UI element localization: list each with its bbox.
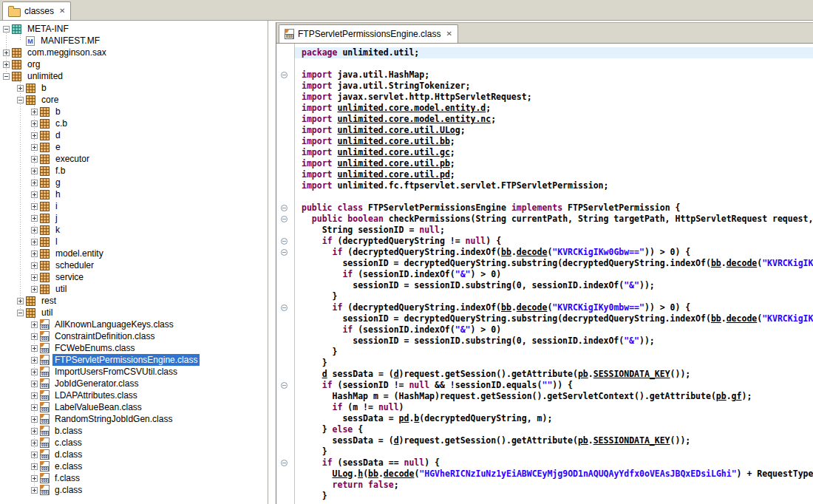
tree-item-g-class[interactable]: g.class (0, 484, 268, 496)
code-link[interactable]: d (394, 369, 399, 379)
code-link[interactable]: d (394, 435, 399, 446)
code-link[interactable]: pb (578, 369, 588, 379)
code-link[interactable]: SESSIONDATA_KEY (593, 369, 670, 379)
expand-icon[interactable] (31, 274, 38, 281)
expand-icon[interactable] (31, 132, 38, 139)
expand-icon[interactable] (31, 369, 38, 375)
code-link[interactable]: unlimited.core.util.pd (337, 169, 449, 180)
tree-item-ftpservletpermissionsengine-class[interactable]: FTPServletPermissionsEngine.class (0, 354, 268, 366)
close-icon[interactable]: ✕ (446, 30, 452, 38)
tree-item-b-class[interactable]: b.class (0, 425, 268, 437)
tree-item-core[interactable]: core (0, 94, 268, 106)
expand-icon[interactable] (31, 416, 38, 423)
tree-item-f-b[interactable]: f.b (0, 165, 268, 177)
expand-icon[interactable] (31, 440, 38, 446)
code-link[interactable]: decode (517, 302, 548, 313)
tree-item-g[interactable]: g (0, 177, 268, 188)
code-link[interactable]: pb (716, 391, 727, 401)
tree-item-e[interactable]: e (0, 141, 268, 153)
code-link[interactable]: unlimited.core.util.ULog (337, 125, 460, 135)
code-link[interactable]: unlimited.core.util.bb (337, 136, 449, 146)
expand-icon[interactable] (31, 357, 38, 364)
expand-icon[interactable] (31, 345, 38, 352)
expand-icon[interactable] (31, 227, 38, 234)
expand-icon[interactable] (31, 168, 38, 174)
tree-item-randomstringjobidgen-class[interactable]: RandomStringJobIdGen.class (0, 413, 268, 425)
tree-item-util[interactable]: util (0, 283, 268, 295)
expand-icon[interactable] (31, 251, 38, 257)
code-area[interactable]: package unlimited.util;import java.util.… (295, 44, 813, 504)
expand-icon[interactable] (31, 452, 38, 458)
fold-collapse-icon[interactable] (281, 205, 288, 211)
expand-icon[interactable] (3, 50, 10, 56)
tree-item-meta-inf[interactable]: META-INF (0, 23, 268, 35)
code-link[interactable]: decode (384, 469, 415, 479)
tree-item-fcwebenums-class[interactable]: FCWebEnums.class (0, 342, 268, 354)
tree-item-manifest-mf[interactable]: MANIFEST.MF (0, 35, 268, 47)
code-link[interactable]: unlimited.core.model.entity.nc (337, 114, 491, 124)
code-link[interactable]: decode (517, 247, 548, 257)
collapse-icon[interactable] (17, 97, 24, 103)
tree-item-importusersfromcsvutil-class[interactable]: ImportUsersFromCSVUtil.class (0, 366, 268, 378)
expand-icon[interactable] (31, 191, 38, 198)
tree-item-c-class[interactable]: c.class (0, 437, 268, 449)
expand-icon[interactable] (31, 475, 38, 482)
tree-item-model-entity[interactable]: model.entity (0, 248, 268, 259)
expand-icon[interactable] (31, 215, 38, 222)
expand-icon[interactable] (31, 203, 38, 210)
tree-item-e-class[interactable]: e.class (0, 460, 268, 472)
collapse-icon[interactable] (3, 26, 10, 33)
expand-icon[interactable] (31, 428, 38, 435)
tree-item-allknownlanguagekeys-class[interactable]: AllKnownLanguageKeys.class (0, 319, 268, 330)
code-link[interactable]: decode (727, 313, 758, 324)
tab-ftpservletpermissionsengine-class[interactable]: FTPServletPermissionsEngine.class ✕ (279, 24, 458, 43)
tree-item-com-megginson-sax[interactable]: com.megginson.sax (0, 47, 268, 58)
expand-icon[interactable] (31, 156, 38, 163)
fold-collapse-icon[interactable] (281, 249, 288, 256)
tree-item-util[interactable]: util (0, 307, 268, 319)
fold-collapse-icon[interactable] (281, 238, 288, 245)
tree-item-org[interactable]: org (0, 58, 268, 70)
fold-collapse-icon[interactable] (281, 460, 288, 466)
tree-item-d-class[interactable]: d.class (0, 449, 268, 460)
code-link[interactable]: d (322, 369, 327, 379)
code-link[interactable]: unlimited.core.util.pb (337, 158, 449, 168)
tree-item-executor[interactable]: executor (0, 153, 268, 165)
expand-icon[interactable] (31, 180, 38, 186)
expand-icon[interactable] (31, 487, 38, 494)
tree-item-j[interactable]: j (0, 212, 268, 224)
tree-item-unlimited[interactable]: unlimited (0, 70, 268, 82)
tree-item-l[interactable]: l (0, 236, 268, 248)
expand-icon[interactable] (31, 109, 38, 115)
fold-collapse-icon[interactable] (281, 304, 288, 311)
tree-item-k[interactable]: k (0, 224, 268, 236)
expand-icon[interactable] (17, 298, 24, 304)
expand-icon[interactable] (31, 321, 38, 328)
tree-item-ldapattributes-class[interactable]: LDAPAttributes.class (0, 389, 268, 401)
code-link[interactable]: gf (732, 391, 742, 401)
tab-classes[interactable]: classes ✕ (2, 1, 71, 20)
code-link[interactable]: pd (399, 413, 409, 423)
tree-item-b[interactable]: b (0, 82, 268, 94)
fold-collapse-icon[interactable] (281, 382, 288, 389)
expand-icon[interactable] (31, 463, 38, 470)
tree-item-constraintdefinition-class[interactable]: ConstraintDefinition.class (0, 330, 268, 342)
expand-icon[interactable] (17, 85, 24, 92)
code-link[interactable]: unlimited.core.model.entity.d (337, 103, 486, 113)
expand-icon[interactable] (31, 286, 38, 293)
expand-icon[interactable] (31, 239, 38, 245)
collapse-icon[interactable] (17, 310, 24, 316)
tree-item-service[interactable]: service (0, 271, 268, 283)
close-icon[interactable]: ✕ (59, 7, 65, 15)
fold-collapse-icon[interactable] (281, 216, 288, 222)
expand-icon[interactable] (31, 262, 38, 269)
code-link[interactable]: bb (501, 247, 511, 257)
tree-item-d[interactable]: d (0, 129, 268, 141)
collapse-icon[interactable] (3, 73, 10, 80)
code-link[interactable]: ULog (333, 469, 353, 479)
tree-item-i[interactable]: i (0, 200, 268, 212)
fold-collapse-icon[interactable] (281, 72, 288, 78)
tree-item-f-class[interactable]: f.class (0, 472, 268, 484)
tree-item-c-b[interactable]: c.b (0, 118, 268, 129)
code-link[interactable]: bb (501, 302, 511, 313)
